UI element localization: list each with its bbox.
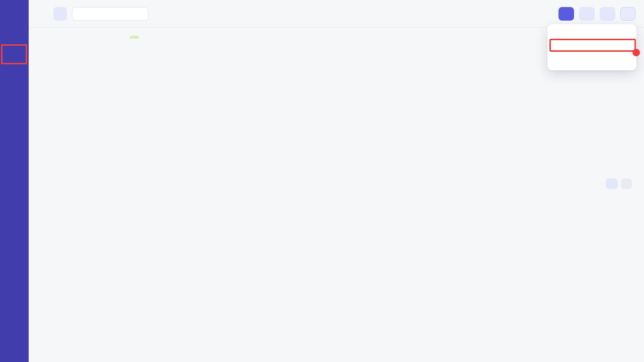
more-actions-button[interactable] [620, 7, 635, 21]
tag-filter-test-work[interactable] [130, 36, 139, 39]
search-box[interactable] [72, 7, 148, 21]
sidebar [0, 0, 29, 362]
manual-run-button[interactable] [579, 7, 595, 21]
area-chart [29, 64, 644, 171]
custom-view-button[interactable] [606, 178, 618, 189]
menu-item-report-automated-tests[interactable] [547, 28, 636, 41]
app-window [0, 0, 644, 362]
annotation-step-badge [632, 49, 640, 56]
report-automated-tests-button[interactable] [558, 7, 574, 21]
runs-annotation-box [1, 44, 27, 64]
actions-dropdown [547, 24, 636, 70]
menu-item-run-automated-tests-on-ci[interactable] [547, 41, 636, 54]
menu-item-mixed-run[interactable] [547, 54, 636, 67]
view-toolbar [29, 178, 644, 189]
filter-button[interactable] [53, 7, 67, 21]
search-input[interactable] [79, 10, 144, 17]
new-group-button[interactable] [600, 7, 615, 21]
view-settings-button[interactable] [621, 178, 632, 189]
header [29, 0, 644, 28]
